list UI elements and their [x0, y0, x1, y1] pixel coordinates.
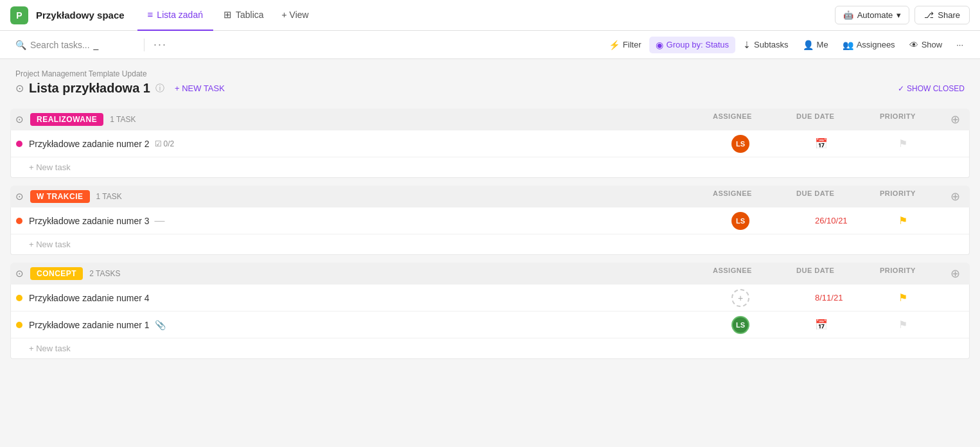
table-row[interactable]: Przykładowe zadanie numer 3 — LS 26/10/2…	[11, 207, 969, 234]
plus-icon: +	[738, 293, 743, 303]
group-w-trakcie: ⊙ W TRAKCIE 1 TASK ASSIGNEE DUE DATE PRI…	[10, 186, 970, 255]
add-view-button[interactable]: + View	[274, 0, 317, 31]
group-by-button[interactable]: ◉ Group by: Status	[649, 37, 736, 53]
list-title-row: ⊙ Lista przykładowa 1 ⓘ + NEW TASK ✓ SHO…	[15, 81, 965, 96]
top-nav: P Przykładowy space ≡ Lista zadań ⊞ Tabl…	[0, 0, 980, 31]
group-realizowane: ⊙ REALIZOWANE 1 TASK ASSIGNEE DUE DATE P…	[10, 109, 970, 178]
show-label: Show	[922, 40, 943, 49]
app-icon: P	[10, 6, 28, 24]
group-label-w-trakcie: W TRAKCIE	[30, 190, 90, 203]
col-assignee-3: ASSIGNEE	[708, 267, 791, 281]
more-icon: ···	[956, 40, 963, 49]
task-name: Przykładowe zadanie numer 3 —	[29, 215, 726, 227]
nav-right: 🤖 Automate ▾ ⎇ Share	[835, 6, 970, 24]
checkbox-icon: ☑	[155, 139, 162, 148]
task-priority: ⚑	[893, 319, 964, 331]
subtasks-button[interactable]: ⇣ Subtasks	[737, 37, 794, 53]
avatar: LS	[731, 212, 749, 230]
group-col-headers-2: ASSIGNEE DUE DATE PRIORITY ⊕	[708, 189, 965, 204]
col-due-date-2: DUE DATE	[791, 189, 875, 204]
task-priority: ⚑	[893, 215, 964, 227]
new-task-row[interactable]: + New task	[11, 338, 969, 358]
tab-tablica[interactable]: ⊞ Tablica	[213, 0, 274, 31]
group-count-w-trakcie: 1 TASK	[96, 192, 122, 201]
new-task-button[interactable]: + NEW TASK	[170, 82, 230, 95]
table-row[interactable]: Przykładowe zadanie numer 4 + 8/11/21 ⚑	[11, 285, 969, 311]
task-priority: ⚑	[893, 137, 964, 150]
tab-lista[interactable]: ≡ Lista zadań	[137, 0, 213, 31]
search-area[interactable]: 🔍 Search tasks... _	[10, 37, 139, 53]
attachment-icon: 📎	[155, 320, 166, 330]
group-count-concept: 2 TASKS	[89, 269, 120, 278]
group-header-concept: ⊙ CONCEPT 2 TASKS ASSIGNEE DUE DATE PRIO…	[10, 263, 970, 285]
col-priority-3: PRIORITY	[875, 267, 945, 281]
filter-icon: ⚡	[609, 40, 620, 50]
group-by-label: Group by: Status	[667, 40, 730, 49]
search-cursor: _	[94, 40, 99, 50]
filter-button[interactable]: ⚡ Filter	[602, 37, 648, 53]
task-assignee: +	[726, 289, 810, 307]
col-add-button-3[interactable]: ⊕	[945, 267, 965, 281]
calendar-icon: 📅	[815, 137, 828, 150]
task-due-date: 8/11/21	[810, 293, 893, 302]
task-status-dot	[16, 322, 22, 328]
calendar-icon: 📅	[815, 319, 828, 331]
list-collapse-button[interactable]: ⊙	[15, 82, 24, 94]
col-add-button[interactable]: ⊕	[945, 112, 965, 127]
task-name-text: Przykładowe zadanie numer 1	[29, 320, 150, 330]
automate-label: Automate	[857, 10, 893, 20]
info-icon[interactable]: ⓘ	[155, 83, 164, 94]
task-name-text: Przykładowe zadanie numer 2	[29, 139, 150, 149]
group-label-realizowane: REALIZOWANE	[30, 113, 103, 126]
new-task-row[interactable]: + New task	[11, 234, 969, 254]
task-name: Przykładowe zadanie numer 1 📎	[29, 320, 726, 330]
toolbar-separator	[144, 39, 144, 51]
table-row[interactable]: Przykładowe zadanie numer 2 ☑ 0/2 LS 📅 ⚑	[11, 130, 969, 157]
task-dash: —	[155, 215, 165, 227]
automate-button[interactable]: 🤖 Automate ▾	[835, 6, 910, 24]
me-button[interactable]: 👤 Me	[796, 37, 835, 53]
assignees-icon: 👥	[843, 40, 853, 50]
more-options-button[interactable]: ···	[950, 37, 970, 53]
breadcrumb: Project Management Template Update	[15, 69, 965, 78]
group-header-realizowane: ⊙ REALIZOWANE 1 TASK ASSIGNEE DUE DATE P…	[10, 109, 970, 130]
list-header-area: Project Management Template Update ⊙ Lis…	[0, 59, 980, 101]
show-closed-label: SHOW CLOSED	[907, 84, 965, 93]
group-icon: ◉	[656, 40, 663, 50]
group-collapse-w-trakcie[interactable]: ⊙	[15, 191, 24, 202]
subtasks-icon: ⇣	[743, 40, 751, 50]
me-label: Me	[817, 40, 828, 49]
tab-tablica-label: Tablica	[236, 10, 264, 20]
subtask-count: 0/2	[164, 139, 175, 148]
add-assignee-icon[interactable]: +	[731, 289, 749, 307]
check-icon: ✓	[898, 84, 904, 93]
show-button[interactable]: 👁 Show	[903, 37, 949, 53]
task-assignee: LS	[726, 316, 810, 334]
new-task-row[interactable]: + New task	[11, 157, 969, 177]
share-button[interactable]: ⎇ Share	[914, 6, 970, 24]
toolbar-right: ⚡ Filter ◉ Group by: Status ⇣ Subtasks 👤…	[602, 37, 970, 53]
task-status-dot	[16, 295, 22, 301]
group-collapse-concept[interactable]: ⊙	[15, 268, 24, 279]
group-collapse-realizowane[interactable]: ⊙	[15, 114, 24, 125]
avatar: LS	[731, 316, 749, 334]
col-priority-2: PRIORITY	[875, 189, 945, 204]
share-label: Share	[938, 10, 960, 20]
toolbar-more-button[interactable]: ···	[150, 35, 171, 54]
table-row[interactable]: Przykładowe zadanie numer 1 📎 LS 📅 ⚑	[11, 311, 969, 338]
task-name: Przykładowe zadanie numer 4	[29, 293, 726, 303]
assignees-button[interactable]: 👥 Assignees	[836, 37, 902, 53]
col-priority: PRIORITY	[875, 112, 945, 127]
group-label-concept: CONCEPT	[30, 267, 83, 280]
col-assignee-2: ASSIGNEE	[708, 189, 791, 204]
group-col-headers: ASSIGNEE DUE DATE PRIORITY ⊕	[708, 112, 965, 127]
show-closed-button[interactable]: ✓ SHOW CLOSED	[898, 84, 965, 93]
flag-icon: ⚑	[898, 319, 907, 330]
task-due-date: 26/10/21	[810, 216, 893, 225]
task-priority: ⚑	[893, 292, 964, 304]
col-due-date-3: DUE DATE	[791, 267, 875, 281]
tasks-concept: Przykładowe zadanie numer 4 + 8/11/21 ⚑ …	[10, 285, 970, 359]
due-date-text: 8/11/21	[815, 293, 843, 302]
chevron-down-icon: ▾	[897, 10, 901, 20]
col-add-button-2[interactable]: ⊕	[945, 189, 965, 204]
